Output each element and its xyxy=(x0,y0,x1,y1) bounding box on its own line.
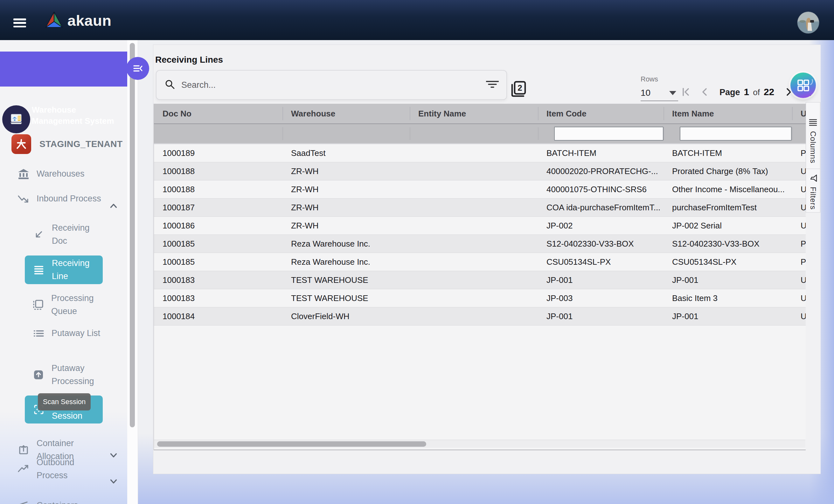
sidebar-item-processing-queue[interactable]: Processing Queue xyxy=(32,292,102,318)
sidebar-item-receiving-doc[interactable]: Receiving Doc xyxy=(32,221,102,247)
cell-entity xyxy=(410,162,538,180)
sidebar-item-label: Putaway List xyxy=(51,327,102,340)
sidebar-item-tenant[interactable]: STAGING_TENANT xyxy=(12,134,123,154)
cell-doc_no: 1000186 xyxy=(154,217,282,235)
page-of-label: of xyxy=(753,88,760,97)
cell-item_name: JP-001 xyxy=(663,307,792,325)
sidebar-item-label: Containers xyxy=(37,499,105,504)
cell-doc_no: 1000185 xyxy=(154,235,282,253)
sidebar-item-inbound-process[interactable]: Inbound Process xyxy=(17,192,105,205)
cell-warehouse: Reza Warehouse Inc. xyxy=(282,253,410,271)
sidebar-item-putaway-list[interactable]: Putaway List xyxy=(32,327,102,340)
list-icon xyxy=(32,327,45,340)
filter-list-icon[interactable] xyxy=(486,79,499,91)
tenant-icon xyxy=(12,134,31,154)
sidebar-item-putaway-processing[interactable]: Putaway Processing xyxy=(32,362,102,388)
search-icon xyxy=(164,79,176,91)
chevron-down-icon[interactable] xyxy=(108,449,119,461)
cell-uom: UN xyxy=(792,162,806,180)
container-up-icon xyxy=(17,443,30,456)
column-header-warehouse[interactable]: Warehouse xyxy=(282,104,410,124)
column-header-doc-no[interactable]: Doc No xyxy=(154,104,282,124)
table-row[interactable]: 1000183TEST WAREHOUSEJP-001JP-001UN xyxy=(154,271,806,289)
filter-cell-item-name xyxy=(663,124,792,143)
column-header-entity-name[interactable]: Entity Name xyxy=(410,104,538,124)
svg-text:2: 2 xyxy=(518,83,522,93)
item-name-filter-input[interactable] xyxy=(680,127,792,140)
table-row[interactable]: 1000185Reza Warehouse Inc.S12-0402330-V3… xyxy=(154,235,806,253)
table-horizontal-scrollbar[interactable] xyxy=(154,440,805,448)
table-row[interactable]: 1000184CloverField-WHJP-001JP-001UN xyxy=(154,307,806,326)
cell-doc_no: 1000185 xyxy=(154,253,282,271)
sidebar-item-containers[interactable]: Containers xyxy=(17,499,105,504)
cell-uom: UN xyxy=(792,180,806,198)
hamburger-menu-icon[interactable] xyxy=(13,19,26,27)
sidebar-item-label: Putaway Processing xyxy=(51,362,102,388)
column-header-uom[interactable]: U xyxy=(792,104,806,124)
table-row[interactable]: 1000186ZR-WHJP-002JP-002 SerialUN xyxy=(154,217,806,235)
duplicate-layer-2-icon[interactable]: 2 xyxy=(509,80,527,98)
wms-module-icon xyxy=(2,105,30,133)
previous-page-button[interactable] xyxy=(699,86,710,98)
filters-label: Filters xyxy=(809,187,817,210)
grid-view-button[interactable] xyxy=(790,72,816,98)
upload-box-icon xyxy=(32,369,45,381)
user-avatar[interactable] xyxy=(797,12,819,34)
chevron-up-icon[interactable] xyxy=(108,200,119,212)
cell-item_name: Basic Item 3 xyxy=(663,289,792,307)
table-row[interactable]: 1000188ZR-WH400002020-PRORATECHG-...Pror… xyxy=(154,162,806,180)
cell-warehouse: ZR-WH xyxy=(282,217,410,235)
cell-item_name: Other Income - Miscellaneou... xyxy=(663,180,792,198)
cell-item_name: BATCH-ITEM xyxy=(663,144,792,162)
cell-uom: PC xyxy=(792,144,806,162)
chevron-down-icon[interactable] xyxy=(108,475,119,487)
rows-per-page-select[interactable]: 10 xyxy=(641,88,678,101)
cell-item_code: BATCH-ITEM xyxy=(538,144,663,162)
page-title: Receiving Lines xyxy=(155,55,223,65)
columns-icon xyxy=(809,118,817,127)
sidebar-collapse-button[interactable] xyxy=(126,57,149,80)
sidebar-scrollbar[interactable] xyxy=(127,40,138,504)
sidebar-item-label: Warehouses xyxy=(37,167,105,180)
columns-panel-button[interactable]: Columns xyxy=(806,102,820,169)
cell-uom: UN xyxy=(792,271,806,289)
rows-value: 10 xyxy=(641,88,651,98)
sidebar-item-outbound-process[interactable]: Outbound Process xyxy=(17,456,105,482)
table-row[interactable]: 1000185Reza Warehouse Inc.CSU05134SL-PXC… xyxy=(154,253,806,271)
table-row[interactable]: 1000189SaadTestBATCH-ITEMBATCH-ITEMPC xyxy=(154,144,806,162)
table-row[interactable]: 1000187ZR-WHCOA ida-purchaseFromItemT...… xyxy=(154,199,806,217)
funnel-icon xyxy=(808,174,818,182)
item-code-filter-input[interactable] xyxy=(554,127,663,140)
sidebar-item-receiving-line[interactable]: Receiving Line xyxy=(25,256,103,284)
cell-item_code: 400002020-PRORATECHG-... xyxy=(538,162,663,180)
table-row[interactable]: 1000188ZR-WH400001075-OTHINC-SRS6Other I… xyxy=(154,180,806,199)
cell-item_code: COA ida-purchaseFromItemT... xyxy=(538,199,663,216)
receiving-lines-table: Doc No Warehouse Entity Name Item Code I… xyxy=(154,104,806,450)
app-window: akaun STAGING_TENANT xyxy=(0,0,834,504)
rows-per-page-control[interactable]: Rows 10 xyxy=(641,75,678,101)
cell-uom: UN xyxy=(792,217,806,235)
cell-uom: PC xyxy=(792,253,806,271)
cell-doc_no: 1000184 xyxy=(154,307,282,325)
horizontal-scrollbar-thumb[interactable] xyxy=(157,441,426,447)
trend-up-icon xyxy=(17,463,30,475)
cell-entity xyxy=(410,144,538,162)
cell-item_code: S12-0402330-V33-BOX xyxy=(538,235,663,253)
column-header-item-code[interactable]: Item Code xyxy=(538,104,663,124)
sidebar-scrollbar-thumb[interactable] xyxy=(130,43,135,427)
scanner-icon xyxy=(17,499,30,504)
cell-warehouse: TEST WAREHOUSE xyxy=(282,289,410,307)
cell-doc_no: 1000183 xyxy=(154,271,282,289)
sidebar-item-warehouses[interactable]: Warehouses xyxy=(17,167,105,180)
cell-uom: PC xyxy=(792,235,806,253)
module-header: Warehouse Management System xyxy=(0,51,128,87)
filter-cell-entity-name xyxy=(410,124,538,143)
filters-panel-button[interactable]: Filters xyxy=(806,169,820,213)
table-row[interactable]: 1000183TEST WAREHOUSEJP-003Basic Item 3U… xyxy=(154,289,806,307)
column-header-item-name[interactable]: Item Name xyxy=(663,104,792,124)
first-page-button[interactable] xyxy=(681,86,692,98)
search-input[interactable] xyxy=(181,80,481,90)
page-label: Page xyxy=(720,88,740,97)
cell-item_code: JP-001 xyxy=(538,271,663,289)
cell-warehouse: ZR-WH xyxy=(282,180,410,198)
